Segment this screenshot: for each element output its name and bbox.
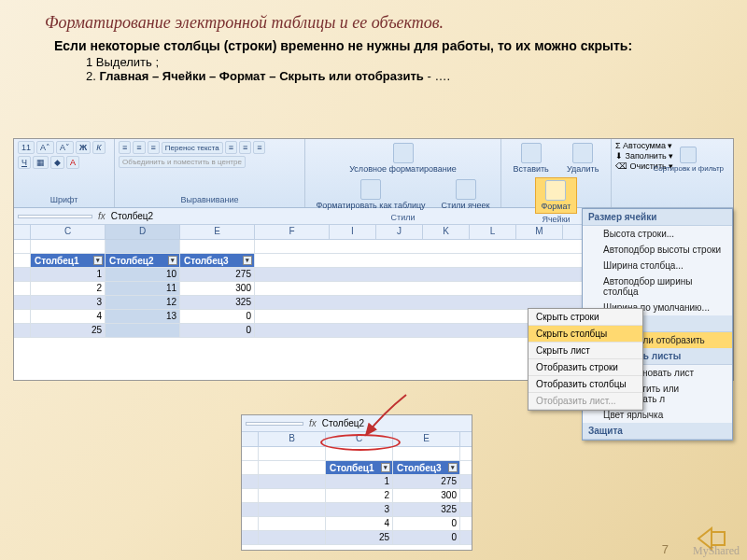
- align-top-button[interactable]: ≡: [119, 141, 131, 154]
- sub-show-rows[interactable]: Отобразить строки: [529, 359, 642, 376]
- cell[interactable]: 2: [326, 489, 393, 502]
- cell[interactable]: 11: [106, 282, 180, 295]
- merge-button[interactable]: Объединить и поместить в центре: [119, 156, 246, 168]
- underline-button[interactable]: Ч: [18, 156, 31, 169]
- cell[interactable]: 1: [31, 268, 106, 281]
- cell[interactable]: 325: [180, 296, 255, 309]
- dd-col-width[interactable]: Ширина столбца...: [583, 258, 732, 273]
- dd-autofit-col[interactable]: Автоподбор ширины столбца: [583, 273, 732, 300]
- cell[interactable]: 0: [393, 531, 460, 544]
- cell[interactable]: 275: [393, 475, 460, 488]
- align-left-button[interactable]: ≡: [225, 141, 237, 154]
- cell[interactable]: 10: [106, 268, 180, 281]
- sub-show-cols[interactable]: Отобразить столбцы: [529, 376, 642, 393]
- cell[interactable]: 0: [180, 324, 255, 337]
- fx-icon[interactable]: fx: [98, 211, 106, 221]
- dd-autofit-row[interactable]: Автоподбор высоты строки: [583, 242, 732, 258]
- ribbon-group-align: ≡ ≡ ≡ Перенос текста ≡ ≡ ≡ Объединить и …: [115, 139, 305, 207]
- col-header[interactable]: I: [330, 225, 376, 239]
- cell[interactable]: 4: [31, 310, 106, 323]
- cell[interactable]: 4: [326, 517, 393, 530]
- dd-row-height[interactable]: Высота строки...: [583, 226, 732, 242]
- wrap-text-button[interactable]: Перенос текста: [162, 142, 223, 154]
- cell[interactable]: 25: [31, 324, 106, 337]
- name-box-2[interactable]: [246, 422, 303, 426]
- cell[interactable]: 275: [180, 268, 255, 281]
- step-2: 2. Главная – Ячейки – Формат – Скрыть ил…: [86, 69, 702, 83]
- grow-font-button[interactable]: A˄: [36, 141, 54, 154]
- filter-icon: ▾: [243, 256, 252, 265]
- sort-filter-button[interactable]: Сортировк и фильтр: [647, 145, 729, 175]
- cell[interactable]: 0: [393, 517, 460, 530]
- align-bot-button[interactable]: ≡: [148, 141, 160, 154]
- format-as-table-button[interactable]: Форматировать как таблицу: [310, 177, 430, 212]
- cell[interactable]: 1: [326, 475, 393, 488]
- col-header[interactable]: L: [470, 225, 516, 239]
- fx-icon-2[interactable]: fx: [309, 418, 317, 428]
- cell[interactable]: 25: [326, 531, 393, 544]
- col-header[interactable]: C: [326, 432, 393, 446]
- col-header[interactable]: B: [259, 432, 326, 446]
- ribbon-group-edit: Σ Автосумма ▾ ⬇ Заполнить ▾ ⌫ Очистить ▾…: [612, 139, 733, 207]
- col-header[interactable]: K: [423, 225, 470, 239]
- cell[interactable]: 300: [393, 489, 460, 502]
- table-header[interactable]: Столбец3▾: [180, 254, 255, 267]
- cell[interactable]: 12: [106, 296, 180, 309]
- align-mid-button[interactable]: ≡: [133, 141, 145, 154]
- cell[interactable]: 325: [393, 503, 460, 516]
- insert-button[interactable]: Вставить: [508, 141, 555, 175]
- fill-color-button[interactable]: ◆: [50, 156, 64, 169]
- cell[interactable]: 13: [106, 310, 180, 323]
- group-label-align: Выравнивание: [119, 194, 301, 205]
- cell[interactable]: 300: [180, 282, 255, 295]
- hide-show-submenu: Скрыть строки Скрыть столбцы Скрыть лист…: [528, 308, 643, 411]
- col-header[interactable]: E: [393, 432, 460, 446]
- cell[interactable]: 3: [31, 296, 106, 309]
- cell[interactable]: 2: [31, 282, 106, 295]
- col-header[interactable]: E: [180, 225, 255, 239]
- sub-hide-sheet[interactable]: Скрыть лист: [529, 343, 642, 359]
- cell[interactable]: 0: [180, 310, 255, 323]
- grid-2: Столбец1▾ Столбец3▾ 1275 2300 3325 40 25…: [242, 447, 472, 545]
- border-button[interactable]: ▦: [33, 156, 49, 169]
- col-header[interactable]: J: [376, 225, 423, 239]
- font-color-button[interactable]: A: [66, 156, 79, 169]
- col-header[interactable]: C: [31, 225, 106, 239]
- align-right-button[interactable]: ≡: [253, 141, 265, 154]
- table-header[interactable]: Столбец3▾: [393, 461, 460, 474]
- watermark: MyShared: [693, 544, 740, 558]
- font-size-input[interactable]: 11: [18, 141, 35, 154]
- conditional-format-button[interactable]: Условное форматирование: [344, 141, 462, 175]
- bold-button[interactable]: Ж: [76, 141, 91, 154]
- formula-value-2[interactable]: Столбец2: [322, 418, 364, 428]
- col-header[interactable]: F: [255, 225, 330, 239]
- ribbon-group-styles: Условное форматирование Форматировать ка…: [305, 139, 501, 207]
- table-header[interactable]: Столбец2▾: [106, 254, 180, 267]
- cell[interactable]: [106, 324, 180, 337]
- cell[interactable]: 3: [326, 503, 393, 516]
- select-all-corner-2[interactable]: [242, 432, 259, 446]
- align-center-button[interactable]: ≡: [239, 141, 251, 154]
- col-header[interactable]: M: [516, 225, 563, 239]
- name-box[interactable]: [18, 215, 92, 218]
- table-header[interactable]: Столбец1▾: [326, 461, 393, 474]
- formula-value[interactable]: Столбец2: [111, 211, 153, 221]
- filter-icon: ▾: [448, 463, 458, 472]
- filter-icon: ▾: [93, 256, 103, 265]
- sub-hide-rows[interactable]: Скрыть строки: [529, 309, 642, 326]
- step-1: 1 Выделить ;: [86, 55, 702, 69]
- cell-styles-button[interactable]: Стили ячеек: [436, 177, 496, 212]
- column-headers-2: B C E: [242, 432, 472, 447]
- table-header[interactable]: Столбец1▾: [31, 254, 106, 267]
- ribbon-group-font: 11 A˄ A˅ Ж К Ч ▦ ◆ A Шрифт: [14, 139, 115, 207]
- col-header[interactable]: D: [106, 225, 180, 239]
- shrink-font-button[interactable]: A˅: [56, 141, 74, 154]
- delete-button[interactable]: Удалить: [561, 141, 604, 175]
- group-label-font: Шрифт: [18, 194, 110, 205]
- select-all-corner[interactable]: [14, 225, 31, 239]
- slide-title: Форматирование электронной таблицы и ее …: [0, 0, 747, 38]
- italic-button[interactable]: К: [92, 141, 105, 154]
- sub-hide-cols[interactable]: Скрыть столбцы: [529, 326, 642, 343]
- sub-show-sheet[interactable]: Отобразить лист...: [529, 393, 642, 410]
- format-button[interactable]: Формат: [535, 177, 578, 214]
